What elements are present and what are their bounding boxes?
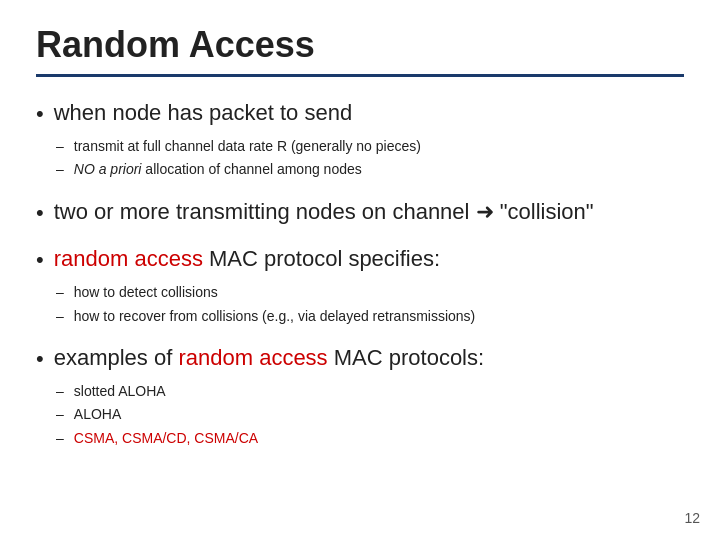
sub-dash-4-2: – (56, 405, 64, 425)
sub-text-3-2: how to recover from collisions (e.g., vi… (74, 307, 476, 327)
sub-bullet-4-2: – ALOHA (56, 405, 684, 425)
sub-bullet-3-2: – how to recover from collisions (e.g., … (56, 307, 684, 327)
highlight-random-access-4: random access (178, 345, 327, 370)
sub-text-1-2: NO a priori allocation of channel among … (74, 160, 362, 180)
title-divider (36, 74, 684, 77)
sub-text-4-1: slotted ALOHA (74, 382, 166, 402)
sub-text-1-1: transmit at full channel data rate R (ge… (74, 137, 421, 157)
bullet-dot-3: • (36, 246, 44, 275)
slide: Random Access • when node has packet to … (0, 0, 720, 540)
sub-dash-4-1: – (56, 382, 64, 402)
sub-dash-3-2: – (56, 307, 64, 327)
sub-bullets-1: – transmit at full channel data rate R (… (56, 137, 684, 180)
sub-bullets-4: – slotted ALOHA – ALOHA – CSMA, CSMA/CD,… (56, 382, 684, 449)
sub-dash-1-2: – (56, 160, 64, 180)
bullet-dot-2: • (36, 199, 44, 228)
sub-dash-1-1: – (56, 137, 64, 157)
sub-bullet-1-1: – transmit at full channel data rate R (… (56, 137, 684, 157)
bullet-text-1: when node has packet to send (54, 99, 352, 128)
sub-bullet-3-1: – how to detect collisions (56, 283, 684, 303)
italic-noapriori: NO a priori (74, 161, 142, 177)
bullet-item-4: • examples of random access MAC protocol… (36, 344, 684, 448)
highlight-random-access-3: random access (54, 246, 203, 271)
bullet-item-3: • random access MAC protocol specifies: … (36, 245, 684, 326)
bullet-item-2: • two or more transmitting nodes on chan… (36, 198, 684, 228)
bullet-item-1: • when node has packet to send – transmi… (36, 99, 684, 180)
sub-bullet-1-2: – NO a priori allocation of channel amon… (56, 160, 684, 180)
sub-dash-4-3: – (56, 429, 64, 449)
sub-bullet-4-1: – slotted ALOHA (56, 382, 684, 402)
bullet-text-4: examples of random access MAC protocols: (54, 344, 484, 373)
bullet-dot-4: • (36, 345, 44, 374)
page-number: 12 (684, 510, 700, 526)
sub-text-4-3: CSMA, CSMA/CD, CSMA/CA (74, 429, 258, 449)
slide-title: Random Access (36, 24, 684, 66)
bullet-dot-1: • (36, 100, 44, 129)
bullet-text-2: two or more transmitting nodes on channe… (54, 198, 594, 227)
sub-text-3-1: how to detect collisions (74, 283, 218, 303)
slide-content: • when node has packet to send – transmi… (36, 99, 684, 520)
sub-bullets-3: – how to detect collisions – how to reco… (56, 283, 684, 326)
sub-text-4-2: ALOHA (74, 405, 121, 425)
sub-bullet-4-3: – CSMA, CSMA/CD, CSMA/CA (56, 429, 684, 449)
bullet-text-3: random access MAC protocol specifies: (54, 245, 440, 274)
sub-dash-3-1: – (56, 283, 64, 303)
